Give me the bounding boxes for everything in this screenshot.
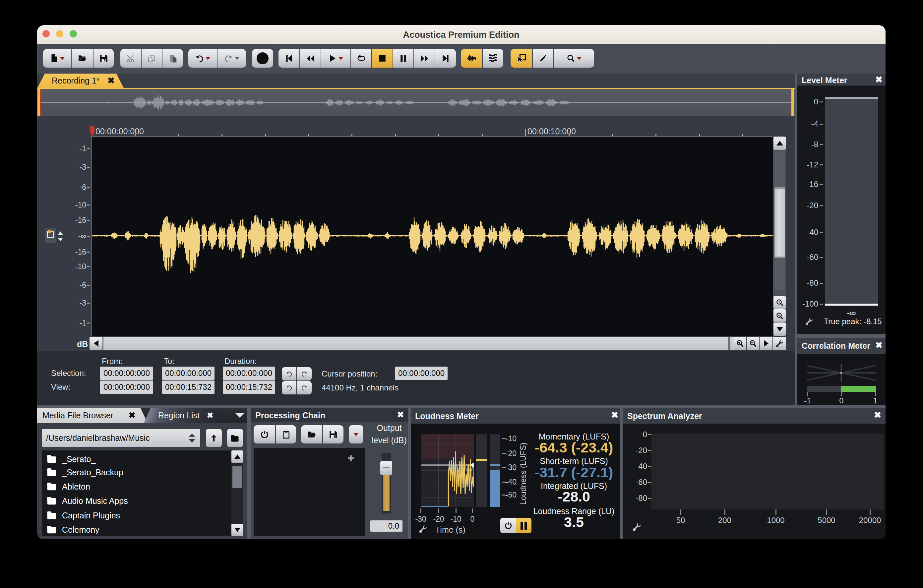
svg-text:Loudness (LUFS): Loudness (LUFS) — [519, 442, 527, 505]
